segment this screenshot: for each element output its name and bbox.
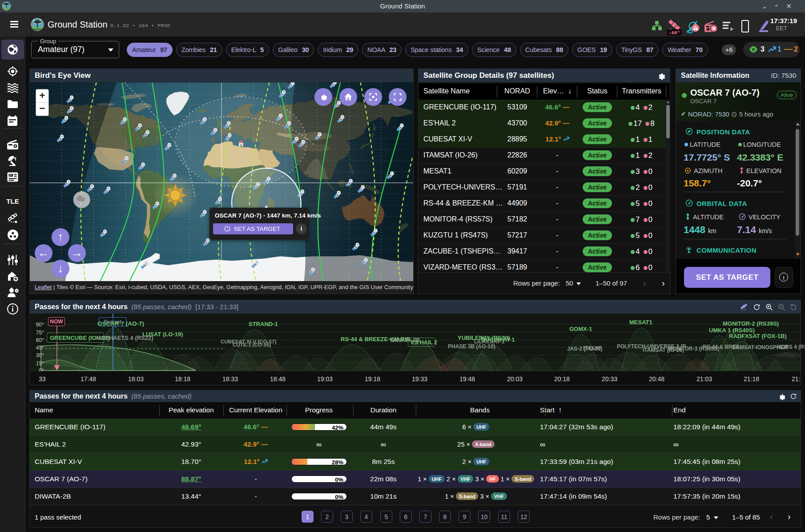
svg-text:-60°: -60°: [668, 30, 680, 36]
